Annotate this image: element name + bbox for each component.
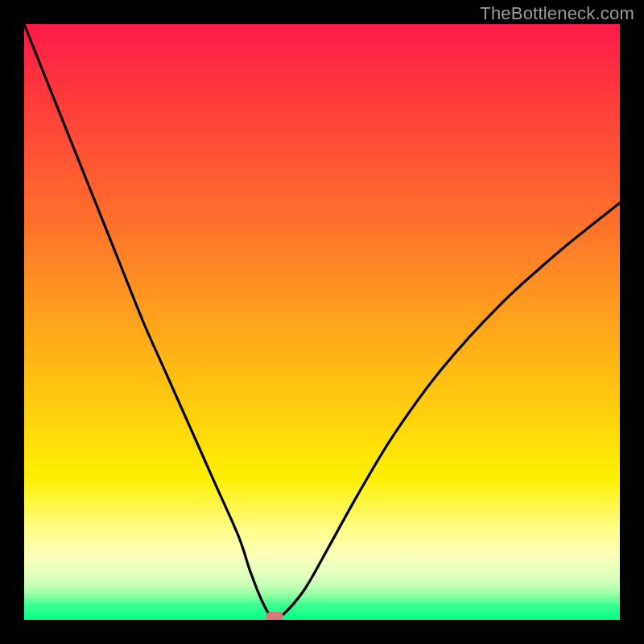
chart-frame: TheBottleneck.com (0, 0, 644, 644)
optimal-point-marker (266, 612, 283, 620)
plot-area (24, 24, 620, 620)
watermark-text: TheBottleneck.com (480, 3, 634, 24)
bottleneck-curve (24, 24, 620, 620)
